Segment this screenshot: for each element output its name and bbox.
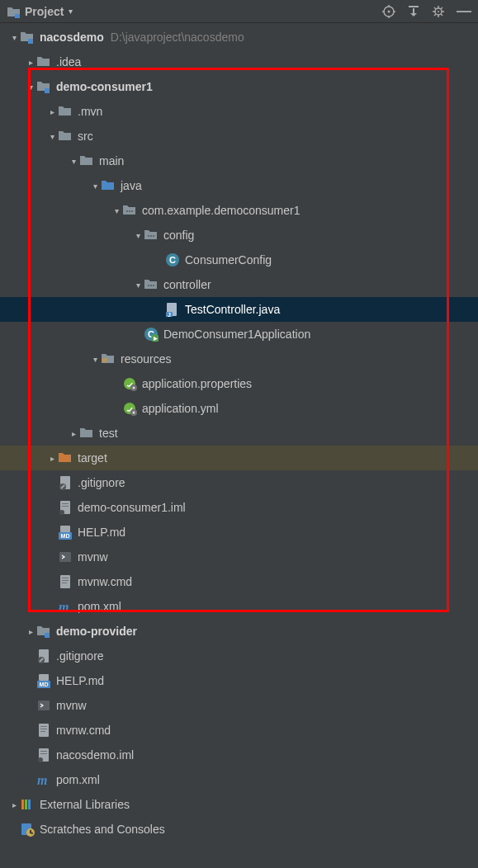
gitignore-file-root[interactable]: ▸ .gitignore [0,644,478,668]
demo-provider-folder[interactable]: ▸ demo-provider [0,619,478,644]
chevron-down-icon[interactable]: ▾ [8,33,20,42]
folder-icon [36,54,51,69]
chevron-right-icon[interactable]: ▸ [25,58,36,67]
node-label: DemoConsumer1Application [163,328,310,341]
chevron-right-icon[interactable]: ▸ [46,454,58,463]
runnable-class-icon [144,327,159,342]
node-label: pom.xml [78,600,121,613]
toolbar-dropdown-icon[interactable]: ▾ [69,7,73,16]
folder-icon [79,426,94,441]
chevron-down-icon[interactable]: ▾ [111,206,122,215]
node-label: nacosdemo.iml [56,748,134,762]
java-folder[interactable]: ▾ java [0,173,478,198]
chevron-down-icon[interactable]: ▾ [25,83,36,92]
folder-icon [58,129,73,144]
chevron-down-icon[interactable]: ▾ [132,281,144,290]
node-label: pom.xml [56,773,100,786]
chevron-down-icon[interactable]: ▾ [89,355,101,364]
package-icon [122,203,137,218]
module-folder-icon [36,624,51,639]
gitignore-icon [36,649,51,663]
chevron-down-icon[interactable]: ▾ [132,231,144,240]
mvnw-cmd-root[interactable]: ▸ mvnw.cmd [0,718,478,743]
chevron-down-icon[interactable]: ▾ [89,182,101,191]
consumer-config-class[interactable]: ▸ ConsumerConfig [0,248,478,272]
svg-rect-45 [409,6,419,7]
idea-folder[interactable]: ▸ .idea [0,50,478,74]
node-label: Scratches and Consoles [40,823,165,836]
file-icon [36,723,51,738]
node-label: .gitignore [56,649,104,663]
mvnw-cmd-file[interactable]: ▸ mvnw.cmd [0,569,478,594]
svg-line-55 [434,14,436,16]
nacosdemo-iml[interactable]: ▸ nacosdemo.iml [0,743,478,767]
java-file-icon [165,302,180,317]
source-folder-icon [101,178,116,193]
chevron-down-icon[interactable]: ▾ [46,132,58,141]
resources-folder-icon [101,351,116,366]
node-label: resources [121,352,171,366]
node-label: mvnw.cmd [78,575,132,588]
module-folder-icon [36,79,51,94]
help-md-file[interactable]: ▸ HELP.md [0,520,478,545]
app-properties-file[interactable]: ▸ application.properties [0,371,478,396]
root-node[interactable]: ▾ nacosdemo D:\javaproject\nacosdemo [0,25,478,50]
config-package[interactable]: ▾ config [0,223,478,248]
help-md-root[interactable]: ▸ HELP.md [0,668,478,693]
node-label: config [163,229,194,242]
target-icon[interactable] [382,5,395,18]
chevron-right-icon[interactable]: ▸ [25,627,36,636]
test-controller-file[interactable]: ▸ TestController.java [0,297,478,322]
collapse-icon[interactable] [407,5,420,18]
node-label: test [99,427,118,440]
node-label: HELP.md [56,674,104,687]
chevron-right-icon[interactable]: ▸ [46,107,58,116]
node-label: .idea [56,55,81,68]
settings-icon[interactable] [432,5,445,18]
node-label: application.properties [142,377,252,390]
scratches-consoles[interactable]: ▸ Scratches and Consoles [0,817,478,842]
demo-consumer1-folder[interactable]: ▾ demo-consumer1 [0,74,478,99]
mvnw-file[interactable]: ▸ mvnw [0,545,478,569]
controller-package[interactable]: ▾ controller [0,272,478,297]
node-label: ConsumerConfig [185,253,272,267]
shell-icon [36,698,51,713]
maven-icon [36,772,51,787]
target-folder[interactable]: ▸ target [0,446,478,470]
resources-folder[interactable]: ▾ resources [0,347,478,371]
app-yml-file[interactable]: ▸ application.yml [0,396,478,421]
project-tree: ▾ nacosdemo D:\javaproject\nacosdemo ▸ .… [0,23,478,842]
node-label: .mvn [78,105,102,118]
folder-icon [58,104,73,119]
package-folder[interactable]: ▾ com.example.democonsumer1 [0,198,478,223]
scratch-icon [20,822,35,837]
mvn-folder[interactable]: ▸ .mvn [0,99,478,124]
pom-file[interactable]: ▸ pom.xml [0,594,478,619]
test-folder[interactable]: ▸ test [0,421,478,446]
gitignore-file[interactable]: ▸ .gitignore [0,470,478,495]
markdown-icon [58,525,73,540]
iml-file[interactable]: ▸ demo-consumer1.iml [0,495,478,520]
node-label: mvnw [56,699,87,712]
chevron-down-icon[interactable]: ▾ [68,157,79,166]
project-toolbar: Project ▾ — [0,0,478,23]
toolbar-title[interactable]: Project [25,5,64,18]
external-libraries[interactable]: ▸ External Libraries [0,792,478,817]
pom-root[interactable]: ▸ pom.xml [0,767,478,792]
spring-config-icon [122,376,137,391]
file-icon [58,574,73,589]
chevron-right-icon[interactable]: ▸ [68,429,79,438]
node-label: External Libraries [40,798,130,811]
folder-icon [79,153,94,168]
node-label: demo-consumer1.iml [78,501,186,514]
chevron-right-icon[interactable]: ▸ [8,800,20,809]
application-class[interactable]: ▸ DemoConsumer1Application [0,322,478,347]
node-label: target [78,451,107,465]
main-folder[interactable]: ▾ main [0,149,478,173]
maven-icon [58,599,73,614]
mvnw-root[interactable]: ▸ mvnw [0,693,478,718]
src-folder[interactable]: ▾ src [0,124,478,149]
hide-icon[interactable]: — [457,2,471,20]
package-icon [144,228,159,243]
node-label: src [78,130,93,143]
